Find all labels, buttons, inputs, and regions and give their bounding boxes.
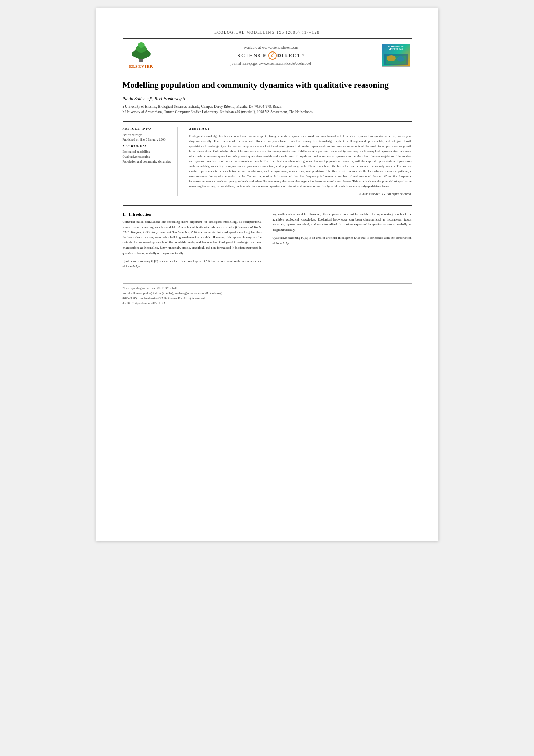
footnote-doi: doi:10.1016/j.ecolmodel.2005.11.014 [123, 301, 412, 305]
intro-para1: Computer-based simulations are becoming … [123, 219, 262, 256]
keyword-3: Population and community dynamics [123, 159, 172, 164]
column-left: 1. Introduction Computer-based simulatio… [123, 212, 262, 272]
col-right-text: ing mathematical models. However, this a… [273, 212, 412, 232]
elsevier-label: ELSEVIER [129, 64, 153, 69]
authors: Paulo Salles a,*, Bert Bredeweg b [123, 96, 412, 102]
article-info: ARTICLE INFO Article history: Published … [123, 127, 178, 196]
section-number: 1. [123, 212, 126, 216]
history-label: Article history: [123, 133, 172, 137]
svg-point-5 [143, 51, 151, 57]
footnote-issn: 0304-3800/$ – see front matter © 2005 El… [123, 296, 412, 300]
footnote-corresponding: * Corresponding author. Fax: +55 61 3272… [123, 286, 412, 290]
cover-title: ECOLOGICAL MODELLING [388, 45, 403, 51]
keywords-heading: Keywords: [123, 144, 172, 148]
abstract-section: ABSTRACT Ecological knowledge has been c… [189, 127, 412, 196]
abstract-heading: ABSTRACT [189, 127, 412, 131]
journal-header-text: ECOLOGICAL MODELLING 195 (2006) 114–128 [214, 30, 320, 34]
column-right: ing mathematical models. However, this a… [273, 212, 412, 272]
article-meta-section: ARTICLE INFO Article history: Published … [123, 121, 412, 196]
registered-icon: ® [302, 54, 304, 57]
affiliation-b: b University of Amsterdam, Human Compute… [123, 109, 412, 115]
abstract-text: Ecological knowledge has been characteri… [189, 134, 412, 189]
svg-point-4 [132, 51, 139, 57]
journal-homepage-text: journal homepage: www.elsevier.com/locat… [172, 62, 370, 66]
keyword-1: Ecological modelling [123, 149, 172, 154]
footnote-email: E-mail addresses: psalles@unb.br (P. Sal… [123, 291, 412, 296]
page: ECOLOGICAL MODELLING 195 (2006) 114–128 … [96, 8, 438, 541]
available-at-text: available at www.sciencedirect.com [172, 45, 370, 50]
sciencedirect-logo: SCIENCE d DIRECT ® [172, 51, 370, 60]
author-names: Paulo Salles a,*, Bert Bredeweg b [123, 96, 185, 101]
section-title: Introduction [129, 212, 151, 216]
sciencedirect-section: available at www.sciencedirect.com SCIEN… [164, 45, 378, 66]
affiliation-a: a University of Brasilia, Biological Sci… [123, 104, 412, 109]
cover-image-section: ECOLOGICAL MODELLING [378, 44, 412, 67]
footnotes: * Corresponding author. Fax: +55 61 3272… [123, 283, 412, 305]
science-text: SCIENCE [238, 53, 268, 59]
journal-cover-image: ECOLOGICAL MODELLING [382, 44, 410, 67]
elsevier-tree-icon [128, 42, 155, 63]
journal-banner: ELSEVIER available at www.sciencedirect.… [123, 38, 412, 72]
d-circle-icon: d [268, 51, 277, 60]
direct-text: DIRECT [277, 53, 301, 59]
col-right-text-2: Qualitative reasoning (QR) is an area of… [273, 235, 412, 246]
svg-point-8 [387, 55, 396, 61]
journal-header: ECOLOGICAL MODELLING 195 (2006) 114–128 [123, 30, 412, 34]
intro-para2: Qualitative reasoning (QR) is an area of… [123, 259, 262, 269]
intro-heading: 1. Introduction [123, 212, 262, 216]
cover-art-icon [384, 51, 408, 65]
article-title: Modelling population and community dynam… [123, 79, 412, 91]
main-body: 1. Introduction Computer-based simulatio… [123, 205, 412, 272]
history-value: Published on line 6 January 2006 [123, 137, 172, 141]
keyword-2: Qualitative reasoning [123, 154, 172, 159]
svg-point-3 [138, 42, 145, 48]
elsevier-logo-section: ELSEVIER [123, 42, 164, 69]
affiliations: a University of Brasilia, Biological Sci… [123, 104, 412, 115]
svg-point-9 [397, 56, 404, 62]
abstract-copyright: © 2005 Elsevier B.V. All rights reserved… [189, 192, 412, 196]
article-info-heading: ARTICLE INFO [123, 127, 172, 131]
